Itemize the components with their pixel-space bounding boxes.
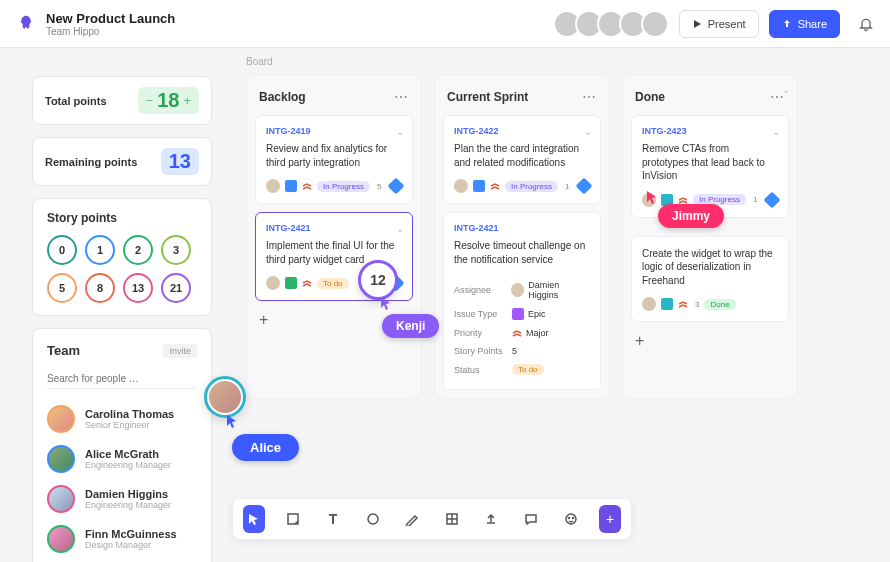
- member-role: Engineering Manager: [85, 460, 171, 470]
- avatar: [47, 405, 75, 433]
- priority-icon: [302, 278, 312, 288]
- avatar: [47, 485, 75, 513]
- chevron-down-icon[interactable]: ⌄: [782, 84, 790, 95]
- member-name: Finn McGuinness: [85, 528, 177, 540]
- assignee-avatar: [266, 179, 280, 193]
- team-member-row[interactable]: Carolina ThomasSenior Engineer: [47, 399, 197, 439]
- remaining-points-label: Remaining points: [45, 156, 137, 168]
- share-label: Share: [798, 18, 827, 30]
- remaining-points-value: 13: [161, 148, 199, 175]
- chevron-down-icon[interactable]: ⌄: [584, 126, 592, 137]
- column-menu-icon[interactable]: ⋯: [394, 89, 409, 105]
- story-point-chip[interactable]: 0: [47, 235, 77, 265]
- story-points-card: Story points 0123581321: [32, 198, 212, 316]
- column-backlog: Backlog ⋯ INTG-2419 ⌄ Review and fix ana…: [246, 74, 422, 399]
- team-member-row[interactable]: Alice McGrathEngineering Manager: [47, 439, 197, 479]
- bell-icon[interactable]: [858, 16, 874, 32]
- column-menu-icon[interactable]: ⋯: [582, 89, 597, 105]
- points-value: 1: [565, 182, 569, 191]
- priority-icon: [302, 181, 312, 191]
- team-search-input[interactable]: [47, 369, 197, 389]
- priority-value: Major: [526, 328, 549, 338]
- svg-point-5: [572, 518, 573, 519]
- cursor-icon: [646, 190, 658, 204]
- shape-tool[interactable]: [362, 505, 384, 533]
- decrement-button[interactable]: −: [146, 93, 154, 108]
- play-icon: [692, 19, 702, 29]
- detail-label: Priority: [454, 328, 512, 338]
- avatar[interactable]: [641, 10, 669, 38]
- team-member-row[interactable]: Finn McGuinnessDesign Manager: [47, 519, 197, 559]
- collaborator-avatars[interactable]: [559, 10, 669, 38]
- chevron-down-icon[interactable]: ⌄: [772, 126, 780, 137]
- member-role: Design Manager: [85, 540, 177, 550]
- epic-icon: [512, 308, 524, 320]
- story-point-chip[interactable]: 8: [85, 273, 115, 303]
- sticky-note-tool[interactable]: [283, 505, 305, 533]
- total-points-value: 18: [157, 89, 179, 112]
- assignee-avatar: [511, 283, 525, 297]
- member-role: Engineering Manager: [85, 500, 171, 510]
- ticket-title: Review and fix analytics for third party…: [266, 142, 402, 169]
- issue-type-icon: [285, 180, 297, 192]
- priority-icon: [490, 181, 500, 191]
- member-role: Senior Engineer: [85, 420, 174, 430]
- svg-point-1: [368, 514, 378, 524]
- chevron-down-icon[interactable]: ⌄: [396, 126, 404, 137]
- detail-label: Issue Type: [454, 309, 512, 319]
- rocket-icon: [16, 14, 36, 34]
- assignee-avatar: [454, 179, 468, 193]
- ticket-id: INTG-2422: [454, 126, 590, 136]
- team-member-row[interactable]: Damien HigginsEngineering Manager: [47, 479, 197, 519]
- ticket-card[interactable]: INTG-2419 ⌄ Review and fix analytics for…: [255, 115, 413, 204]
- column-title: Backlog: [259, 90, 306, 104]
- ticket-card[interactable]: INTG-2422 ⌄ Plan the the card integratio…: [443, 115, 601, 204]
- column-title: Done: [635, 90, 665, 104]
- kenji-points-bubble: 12: [358, 260, 398, 300]
- kenji-cursor-label: Kenji: [382, 314, 439, 338]
- priority-icon: [678, 195, 688, 205]
- assignee-avatar: [266, 276, 280, 290]
- column-done: Done ⋯ INTG-2423 ⌄ Remove CTAs from prot…: [622, 74, 798, 399]
- present-button[interactable]: Present: [679, 10, 759, 38]
- pointer-tool[interactable]: [243, 505, 265, 533]
- diamond-icon: [388, 178, 405, 195]
- chevron-down-icon[interactable]: ⌄: [396, 223, 404, 234]
- column-title: Current Sprint: [447, 90, 528, 104]
- diamond-icon: [764, 191, 781, 208]
- ticket-title: Create the widget to wrap the logic of d…: [642, 247, 778, 288]
- invite-button[interactable]: Invite: [163, 344, 197, 358]
- add-card-button[interactable]: +: [631, 330, 648, 352]
- column-current-sprint: Current Sprint ⋯ INTG-2422 ⌄ Plan the th…: [434, 74, 610, 399]
- story-point-chip[interactable]: 2: [123, 235, 153, 265]
- points-value: 3: [695, 300, 699, 309]
- story-point-chip[interactable]: 5: [47, 273, 77, 303]
- increment-button[interactable]: +: [183, 93, 191, 108]
- ticket-card[interactable]: Create the widget to wrap the logic of d…: [631, 236, 789, 323]
- share-button[interactable]: Share: [769, 10, 840, 38]
- assignee-avatar: [642, 297, 656, 311]
- issue-type-icon: [285, 277, 297, 289]
- add-card-button[interactable]: +: [255, 309, 272, 331]
- present-label: Present: [708, 18, 746, 30]
- status-pill: To do: [317, 278, 349, 289]
- comment-tool[interactable]: [520, 505, 542, 533]
- story-point-chip[interactable]: 13: [123, 273, 153, 303]
- pen-tool[interactable]: [401, 505, 423, 533]
- story-point-chip[interactable]: 1: [85, 235, 115, 265]
- add-tool[interactable]: +: [599, 505, 621, 533]
- member-name: Carolina Thomas: [85, 408, 174, 420]
- story-point-chip[interactable]: 3: [161, 235, 191, 265]
- emoji-tool[interactable]: [560, 505, 582, 533]
- text-tool[interactable]: T: [322, 505, 344, 533]
- remaining-points-card: Remaining points 13: [32, 137, 212, 186]
- share-icon: [782, 19, 792, 29]
- svg-point-4: [568, 518, 569, 519]
- upload-tool[interactable]: [481, 505, 503, 533]
- ticket-title: Resolve timeout challenge on the notific…: [454, 239, 590, 266]
- story-point-chip[interactable]: 21: [161, 273, 191, 303]
- grid-tool[interactable]: [441, 505, 463, 533]
- ticket-detail-card[interactable]: INTG-2421 ⌄ Resolve timeout challenge on…: [443, 212, 601, 390]
- avatar: [47, 525, 75, 553]
- board-label: Board: [246, 56, 273, 67]
